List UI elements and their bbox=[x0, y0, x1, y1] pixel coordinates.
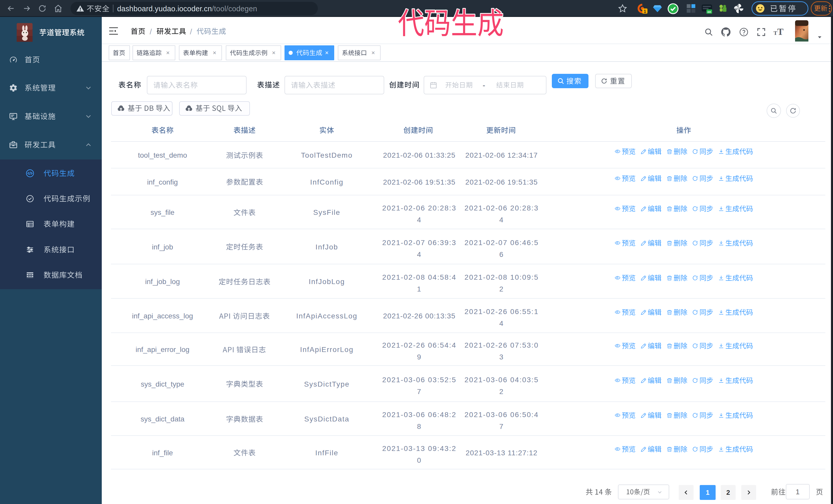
svg-text:on: on bbox=[708, 10, 711, 13]
svg-text:1: 1 bbox=[644, 9, 646, 14]
